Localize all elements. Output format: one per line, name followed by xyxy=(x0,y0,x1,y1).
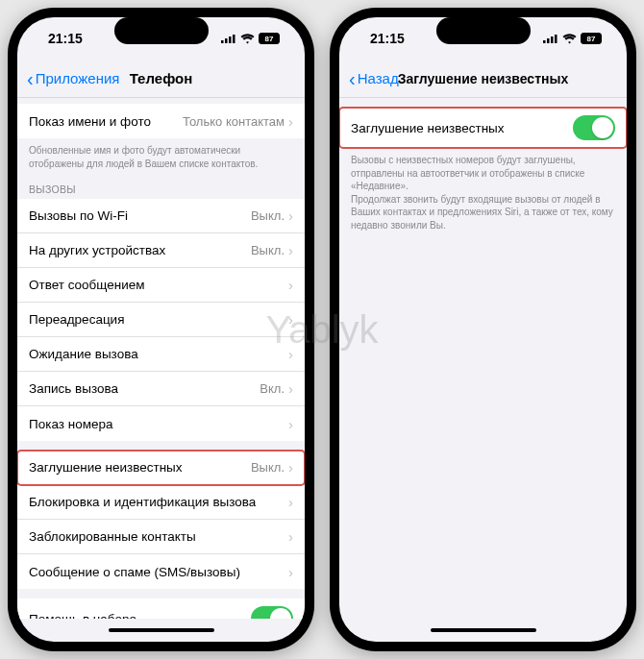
row-silence-unknown-toggle: Заглушение неизвестных xyxy=(339,108,627,148)
svg-rect-6 xyxy=(551,37,554,43)
row-wifi-calling[interactable]: Вызовы по Wi‑Fi Выкл. › xyxy=(17,199,305,233)
calls-header: ВЫЗОВЫ xyxy=(17,172,305,199)
signal-icon xyxy=(543,34,558,43)
back-label: Приложения xyxy=(36,70,120,86)
wifi-icon xyxy=(562,34,577,44)
svg-rect-3 xyxy=(233,35,235,43)
chevron-right-icon: › xyxy=(288,459,293,476)
row-dial-assist: Помощь в наборе xyxy=(17,598,305,619)
signal-icon xyxy=(221,34,236,43)
chevron-right-icon: › xyxy=(288,207,293,224)
row-call-recording[interactable]: Запись вызова Вкл. › xyxy=(17,372,305,406)
chevron-left-icon: ‹ xyxy=(27,69,34,88)
dial-assist-toggle[interactable] xyxy=(251,606,293,619)
status-time: 21:15 xyxy=(370,31,405,46)
row-call-blocking-id[interactable]: Блокировка и идентификация вызова › xyxy=(17,485,305,520)
dynamic-island xyxy=(114,17,209,44)
chevron-right-icon: › xyxy=(288,564,293,580)
battery-icon: 87 xyxy=(581,33,602,44)
svg-rect-7 xyxy=(555,35,557,43)
row-blocked-contacts[interactable]: Заблокированные контакты › xyxy=(17,520,305,554)
home-indicator[interactable] xyxy=(339,619,627,642)
silence-footer: Вызовы с неизвестных номеров будут заглу… xyxy=(339,148,627,233)
row-show-number[interactable]: Показ номера › xyxy=(17,406,305,441)
row-name-photo[interactable]: Показ имени и фото Только контактам › xyxy=(17,104,305,138)
chevron-right-icon: › xyxy=(288,528,293,545)
battery-icon: 87 xyxy=(259,33,280,44)
chevron-right-icon: › xyxy=(288,242,293,258)
chevron-right-icon: › xyxy=(288,277,293,293)
row-respond-text[interactable]: Ответ сообщением › xyxy=(17,268,305,303)
chevron-right-icon: › xyxy=(288,380,293,397)
row-silence-unknown[interactable]: Заглушение неизвестных Выкл. › xyxy=(17,451,305,485)
svg-rect-2 xyxy=(229,37,232,43)
wifi-icon xyxy=(240,34,255,44)
chevron-right-icon: › xyxy=(288,346,293,362)
svg-rect-1 xyxy=(225,38,228,43)
phone-right: 21:15 87 ‹ Назад Заглушение неизвестных xyxy=(330,8,636,651)
dynamic-island xyxy=(436,17,531,44)
row-call-waiting[interactable]: Ожидание вызова › xyxy=(17,337,305,372)
row-call-forwarding[interactable]: Переадресация › xyxy=(17,303,305,337)
svg-rect-5 xyxy=(547,38,550,43)
back-button[interactable]: ‹ Назад xyxy=(349,69,399,88)
chevron-right-icon: › xyxy=(288,416,293,432)
row-spam-report[interactable]: Сообщение о спаме (SMS/вызовы) › xyxy=(17,554,305,589)
row-other-devices[interactable]: На других устройствах Выкл. › xyxy=(17,233,305,268)
back-label: Назад xyxy=(358,70,399,86)
back-button[interactable]: ‹ Приложения xyxy=(27,69,119,88)
chevron-right-icon: › xyxy=(288,113,293,130)
nav-bar: ‹ Назад Заглушение неизвестных xyxy=(339,60,627,98)
phone-left: 21:15 87 ‹ Приложения Телефон xyxy=(8,8,314,651)
svg-rect-4 xyxy=(543,40,546,43)
chevron-right-icon: › xyxy=(288,311,293,328)
home-indicator[interactable] xyxy=(17,619,305,642)
chevron-right-icon: › xyxy=(288,494,293,510)
silence-unknown-toggle[interactable] xyxy=(573,115,615,140)
chevron-left-icon: ‹ xyxy=(349,69,356,88)
nav-bar: ‹ Приложения Телефон xyxy=(17,60,305,98)
name-footer: Обновленные имя и фото будут автоматичес… xyxy=(17,138,305,172)
status-time: 21:15 xyxy=(48,31,83,46)
svg-rect-0 xyxy=(221,40,224,43)
